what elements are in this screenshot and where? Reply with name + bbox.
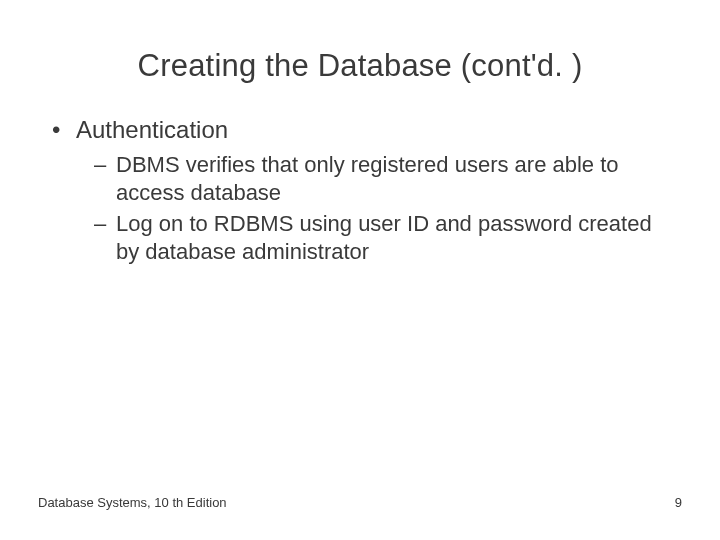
dash-marker: – [94, 210, 116, 265]
bullet-text: Authentication [76, 114, 228, 145]
bullet-text: Log on to RDBMS using user ID and passwo… [116, 210, 660, 265]
bullet-marker: • [48, 114, 76, 145]
footer-source: Database Systems, 10 th Edition [38, 495, 227, 510]
slide-title: Creating the Database (cont'd. ) [0, 0, 720, 114]
slide-footer: Database Systems, 10 th Edition 9 [38, 495, 682, 510]
dash-marker: – [94, 151, 116, 206]
bullet-level1: • Authentication [48, 114, 660, 145]
slide: Creating the Database (cont'd. ) • Authe… [0, 0, 720, 540]
slide-body: • Authentication – DBMS verifies that on… [0, 114, 720, 265]
bullet-level2: – DBMS verifies that only registered use… [94, 151, 660, 206]
bullet-text: DBMS verifies that only registered users… [116, 151, 660, 206]
bullet-level2: – Log on to RDBMS using user ID and pass… [94, 210, 660, 265]
page-number: 9 [675, 495, 682, 510]
